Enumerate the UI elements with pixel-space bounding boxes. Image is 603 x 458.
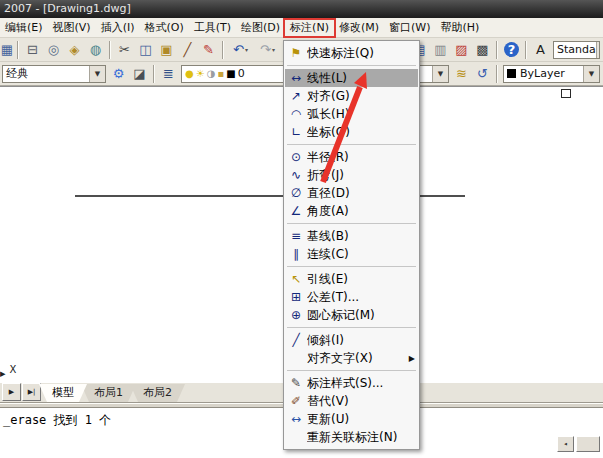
override-icon: ✐ xyxy=(285,395,307,407)
menu-item-折弯J[interactable]: ∿折弯(J) xyxy=(285,166,418,184)
chevron-down-icon[interactable]: ▼ xyxy=(89,66,105,82)
menubar-item[interactable]: 编辑(E) xyxy=(0,19,48,37)
layer-plot-icon[interactable]: ▪ xyxy=(217,69,224,79)
menu-item-线性L[interactable]: ↔线性(L) xyxy=(285,69,418,87)
menu-item-label: 重新关联标注(N) xyxy=(307,429,397,446)
menu-item-弧长H[interactable]: ◠弧长(H) xyxy=(285,105,418,123)
menubar-item[interactable]: 窗口(W) xyxy=(384,19,435,37)
scroll-left-icon[interactable]: ◂ xyxy=(557,436,574,452)
menu-item-快速标注Q[interactable]: ⚑快速标注(Q) xyxy=(285,44,418,62)
menu-item-更新U[interactable]: ↔更新(U) xyxy=(285,410,418,428)
publish-icon[interactable]: ◈ xyxy=(64,40,85,60)
chevron-down-icon[interactable]: ▼ xyxy=(583,66,599,82)
menu-bar: 编辑(E)视图(V)插入(I)格式(O)工具(T)绘图(D)标注(N)修改(M)… xyxy=(0,18,603,38)
submenu-arrow-icon: ▶ xyxy=(409,354,415,363)
calculator-icon[interactable]: ▩ xyxy=(472,40,493,60)
layer-color-swatch[interactable]: ■ xyxy=(226,69,235,79)
radius-icon: ⊙ xyxy=(285,151,307,163)
chevron-down-icon[interactable]: ▼ xyxy=(432,66,448,82)
color-combo-value: ByLayer xyxy=(520,67,565,80)
cut-icon[interactable]: ✂ xyxy=(114,40,135,60)
text-style-combo[interactable]: Standa▼ xyxy=(553,41,600,59)
web-icon[interactable]: ◍ xyxy=(85,40,106,60)
help-icon[interactable]: ? xyxy=(501,40,522,60)
print-preview-icon[interactable]: ◎ xyxy=(43,40,64,60)
print-icon[interactable]: ⊟ xyxy=(22,40,43,60)
layer-lock-icon[interactable]: ◑ xyxy=(207,69,216,79)
center-mark-icon: ⊕ xyxy=(285,309,307,321)
menu-item-倾斜I[interactable]: ╱倾斜(I) xyxy=(285,331,418,349)
baseline-icon: ≡ xyxy=(285,230,307,242)
menu-item-替代V[interactable]: ✐替代(V) xyxy=(285,392,418,410)
workspace-combo[interactable]: 经典▼ xyxy=(2,65,106,83)
menu-item-label: 折弯(J) xyxy=(307,167,344,184)
menu-item-对齐文字X[interactable]: 对齐文字(X)▶ xyxy=(285,349,418,367)
designcenter-icon[interactable]: ▥ xyxy=(430,40,451,60)
menubar-item[interactable]: 标注(N) xyxy=(285,19,334,37)
menubar-item[interactable]: 绘图(D) xyxy=(236,19,285,37)
menu-item-连续C[interactable]: ∥连续(C) xyxy=(285,245,418,263)
layer-on-icon[interactable]: ● xyxy=(185,69,194,79)
undo-icon[interactable]: ↶▾ xyxy=(227,40,254,60)
menu-item-基线B[interactable]: ≡基线(B) xyxy=(285,227,418,245)
toolbar-separator xyxy=(525,41,527,59)
menu-item-label: 更新(U) xyxy=(307,411,349,428)
command-scrollbar[interactable]: ◂ xyxy=(557,436,600,452)
menu-item-label: 替代(V) xyxy=(307,393,349,410)
menu-item-label: 对齐文字(X) xyxy=(307,350,373,367)
tab-nav-button[interactable]: ▶| xyxy=(22,383,41,401)
menubar-item[interactable]: 修改(M) xyxy=(334,19,384,37)
tab-模型[interactable]: 模型 xyxy=(39,384,87,402)
gear-icon[interactable]: ⚙ xyxy=(108,64,129,84)
menu-item-label: 对齐(G) xyxy=(307,88,350,105)
tab-布局2[interactable]: 布局2 xyxy=(130,384,185,402)
menu-item-半径R[interactable]: ⊙半径(R) xyxy=(285,148,418,166)
layer-states-icon[interactable]: ≋ xyxy=(451,64,472,84)
layer-freeze-icon[interactable]: ☀ xyxy=(196,69,205,79)
linear-dimension-icon: ↔ xyxy=(285,72,307,84)
menu-item-label: 基线(B) xyxy=(307,228,349,245)
menubar-item[interactable]: 工具(T) xyxy=(189,19,236,37)
paste-icon[interactable]: ▣ xyxy=(156,40,177,60)
menu-item-坐标O[interactable]: ∟坐标(O) xyxy=(285,123,418,141)
redo-icon[interactable]: ↷▾ xyxy=(254,40,281,60)
menubar-item[interactable]: 帮助(H) xyxy=(435,19,484,37)
save-icon[interactable]: ▦ xyxy=(0,40,14,60)
aligned-dimension-icon: ↗ xyxy=(285,90,307,102)
menu-item-圆心标记M[interactable]: ⊕圆心标记(M) xyxy=(285,306,418,324)
leader-icon: ↖ xyxy=(285,273,307,285)
match-properties-icon[interactable]: ╱ xyxy=(177,40,198,60)
block-editor-icon[interactable]: ✎ xyxy=(198,40,219,60)
menubar-item[interactable]: 插入(I) xyxy=(96,19,140,37)
toolbar-separator xyxy=(109,41,111,59)
menu-item-label: 圆心标记(M) xyxy=(307,307,375,324)
tab-nav-button[interactable]: ▶ xyxy=(2,383,21,401)
menubar-item[interactable]: 视图(V) xyxy=(48,19,96,37)
menu-item-公差T[interactable]: ⊞公差(T)... xyxy=(285,288,418,306)
tab-布局1[interactable]: 布局1 xyxy=(81,384,136,402)
menu-item-直径D[interactable]: ∅直径(D) xyxy=(285,184,418,202)
menu-item-标注样式S[interactable]: ✎标注样式(S)... xyxy=(285,374,418,392)
layer-previous-icon[interactable]: ↺ xyxy=(472,64,493,84)
chevron-down-icon[interactable]: ▼ xyxy=(596,42,600,58)
ucs-x-label: X xyxy=(10,364,17,376)
scrollbar-thumb[interactable] xyxy=(576,436,600,452)
dropdown-arrow-icon: ▾ xyxy=(272,46,275,53)
title-bar[interactable]: 2007 - [Drawing1.dwg] xyxy=(0,0,603,18)
menu-item-重新关联标注N[interactable]: 重新关联标注(N) xyxy=(285,428,418,446)
workspace-settings-icon[interactable]: ◪ xyxy=(129,64,150,84)
color-combo[interactable]: ByLayer▼ xyxy=(503,65,600,83)
ordinate-icon: ∟ xyxy=(285,126,307,138)
menu-item-label: 角度(A) xyxy=(307,203,349,220)
copy-icon[interactable]: ◫ xyxy=(135,40,156,60)
menu-item-引线E[interactable]: ↖引线(E) xyxy=(285,270,418,288)
menu-separator xyxy=(285,263,418,270)
menu-item-对齐G[interactable]: ↗对齐(G) xyxy=(285,87,418,105)
menu-item-角度A[interactable]: ∠角度(A) xyxy=(285,202,418,220)
menubar-item[interactable]: 格式(O) xyxy=(139,19,188,37)
workspace-combo-value: 经典 xyxy=(6,66,28,81)
text-style-icon[interactable]: A xyxy=(530,40,551,60)
menu-item-label: 弧长(H) xyxy=(307,106,349,123)
tool-palettes-icon[interactable]: ▨ xyxy=(451,40,472,60)
layer-properties-icon[interactable]: ≣ xyxy=(158,64,179,84)
